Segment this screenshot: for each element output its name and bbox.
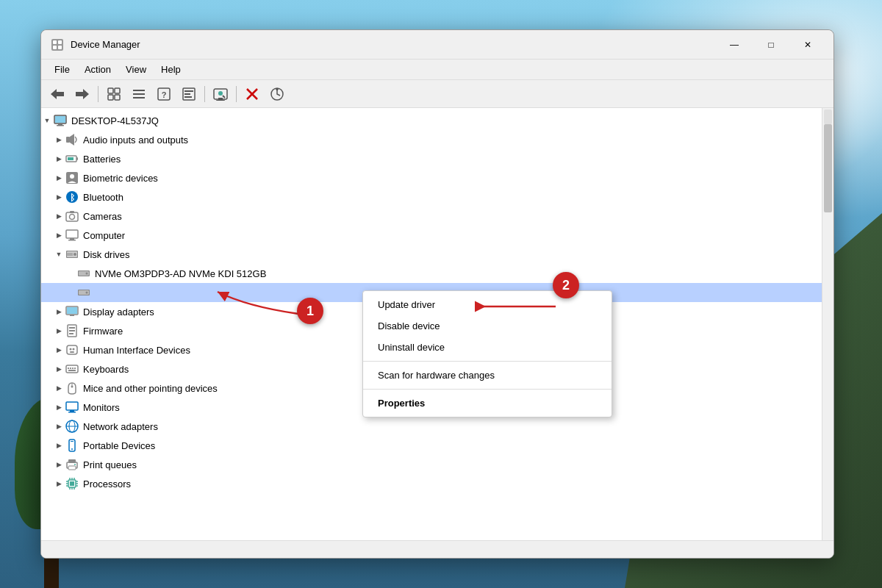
svg-rect-46 (70, 238, 74, 240)
tree-toggle-cameras[interactable]: ▶ (53, 210, 65, 222)
tree-item-bluetooth[interactable]: ▶ ᛒ Bluetooth (41, 187, 822, 207)
svg-rect-22 (216, 100, 225, 101)
tree-toggle-processors[interactable]: ▶ (53, 478, 65, 490)
list-button[interactable] (127, 84, 151, 104)
svg-point-57 (86, 292, 88, 294)
svg-rect-10 (115, 95, 120, 100)
svg-rect-36 (76, 157, 78, 160)
svg-point-50 (74, 253, 76, 256)
tree-root-label: DESKTOP-4L537JQ (71, 115, 159, 126)
tree-item-network[interactable]: ▶ Network adapters (41, 417, 822, 436)
tree-toggle-diskdrives[interactable]: ▼ (53, 248, 65, 260)
svg-marker-5 (51, 89, 64, 99)
svg-rect-45 (66, 230, 78, 238)
tree-toggle-bluetooth[interactable]: ▶ (53, 191, 65, 203)
svg-rect-2 (58, 40, 62, 44)
tree-item-print[interactable]: ▶ Print queues (41, 455, 822, 474)
scan-button[interactable] (209, 84, 232, 104)
close-button[interactable]: ✕ (791, 34, 825, 56)
display-icon (65, 304, 79, 319)
print-icon (65, 457, 79, 472)
help-button[interactable]: ? (152, 84, 176, 104)
tree-toggle-computer[interactable]: ▶ (53, 229, 65, 241)
tree-toggle-biometric[interactable]: ▶ (53, 172, 65, 184)
tree-toggle-display[interactable]: ▶ (53, 306, 65, 318)
tree-item-audio[interactable]: ▶ Audio inputs and outputs (41, 130, 822, 149)
tree-toggle-keyboards[interactable]: ▶ (53, 363, 65, 375)
menu-view[interactable]: View (118, 62, 154, 77)
tree-toggle-batteries[interactable]: ▶ (53, 153, 65, 165)
mice-icon (65, 381, 79, 395)
tree-label-computer: Computer (83, 230, 125, 241)
tree-item-batteries[interactable]: ▶ Batteries (41, 149, 822, 168)
maximize-button[interactable]: □ (754, 34, 788, 56)
svg-rect-68 (70, 351, 74, 353)
tree-label-monitors: Monitors (83, 402, 120, 413)
minimize-button[interactable]: — (717, 34, 751, 56)
tree-item-cameras[interactable]: ▶ Cameras (41, 207, 822, 226)
ctx-disable-device[interactable]: Disable device (363, 315, 612, 337)
overview-button[interactable] (102, 84, 126, 104)
svg-point-43 (70, 215, 75, 220)
tree-item-biometric[interactable]: ▶ Biometric devices (41, 168, 822, 187)
diskdrive-icon (65, 247, 79, 262)
svg-rect-11 (133, 90, 145, 91)
ctx-separator-1 (363, 361, 612, 362)
tree-item-portable[interactable]: ▶ Portable Devices (41, 436, 822, 455)
svg-rect-72 (72, 368, 74, 369)
menu-action[interactable]: Action (77, 62, 118, 77)
badge-1: 1 (297, 298, 323, 324)
menu-file[interactable]: File (47, 62, 77, 77)
ctx-update-driver[interactable]: Update driver (363, 294, 612, 315)
ctx-uninstall-device[interactable]: Uninstall device (363, 337, 612, 358)
tree-toggle-root[interactable]: ▼ (41, 115, 53, 126)
ctx-properties[interactable]: Properties (363, 392, 612, 414)
tree-item-processors[interactable]: ▶ (41, 474, 822, 493)
tree-label-display: Display adapters (83, 306, 154, 318)
forward-button[interactable] (71, 84, 94, 104)
svg-rect-17 (184, 90, 193, 92)
svg-rect-87 (68, 459, 76, 463)
scrollbar[interactable] (822, 108, 833, 540)
tree-toggle-hid[interactable]: ▶ (53, 344, 65, 356)
update-button[interactable] (265, 84, 289, 104)
processors-icon (65, 476, 79, 491)
svg-rect-30 (55, 116, 65, 123)
tree-toggle-print[interactable]: ▶ (53, 459, 65, 470)
tree-toggle-portable[interactable]: ▶ (53, 440, 65, 451)
svg-rect-73 (74, 368, 76, 369)
tree-label-cameras: Cameras (83, 211, 122, 222)
cameras-icon (65, 209, 79, 223)
svg-rect-51 (67, 253, 73, 256)
tree-label-nvme1: NVMe OM3PDP3-AD NVMe KDI 512GB (95, 268, 266, 279)
svg-rect-62 (69, 327, 75, 329)
svg-point-67 (73, 348, 75, 351)
svg-rect-7 (108, 88, 113, 93)
toolbar: ? (41, 80, 833, 108)
content-area: ▼ DESKTOP-4L537JQ ▶ (41, 108, 833, 540)
svg-rect-74 (68, 370, 76, 371)
svg-rect-63 (69, 330, 75, 331)
properties-button[interactable] (177, 84, 201, 104)
tree-toggle-network[interactable]: ▶ (53, 420, 65, 432)
svg-rect-44 (70, 211, 74, 213)
tree-label-biometric: Biometric devices (83, 173, 158, 184)
tree-item-computer[interactable]: ▶ Computer (41, 226, 822, 245)
tree-toggle-audio[interactable]: ▶ (53, 134, 65, 146)
menu-help[interactable]: Help (154, 62, 188, 77)
tree-item-diskdrives[interactable]: ▼ Disk drives (41, 245, 822, 264)
back-button[interactable] (46, 84, 69, 104)
svg-rect-3 (53, 46, 57, 49)
tree-item-nvme1[interactable]: ▶ NVMe OM3PDP3-AD NVMe KDI 512GB (41, 264, 822, 283)
svg-marker-6 (76, 89, 89, 99)
svg-point-84 (71, 448, 73, 450)
ctx-scan-changes[interactable]: Scan for hardware changes (363, 365, 612, 386)
svg-rect-65 (67, 345, 77, 354)
remove-button[interactable] (240, 84, 264, 104)
svg-text:?: ? (162, 90, 167, 99)
computer-device-icon (65, 228, 79, 243)
tree-toggle-firmware[interactable]: ▶ (53, 325, 65, 337)
tree-toggle-mice[interactable]: ▶ (53, 382, 65, 394)
tree-root[interactable]: ▼ DESKTOP-4L537JQ (41, 111, 822, 130)
tree-toggle-monitors[interactable]: ▶ (53, 401, 65, 413)
